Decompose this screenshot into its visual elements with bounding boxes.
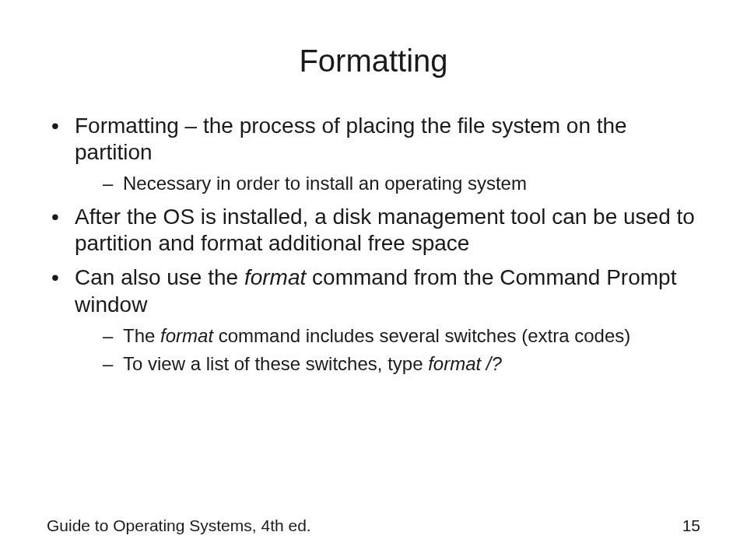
sub-bullet-text: Necessary in order to install an operati… <box>123 173 527 194</box>
bullet-text: Formatting – the process of placing the … <box>75 114 627 164</box>
bullet-item: Can also use the format command from the… <box>47 264 700 376</box>
bullet-item: After the OS is installed, a disk manage… <box>47 204 700 257</box>
footer-page-number: 15 <box>682 516 700 535</box>
bullet-text: After the OS is installed, a disk manage… <box>75 205 695 255</box>
slide: Formatting Formatting – the process of p… <box>0 0 747 560</box>
sub-bullet-text-part: The <box>123 325 160 346</box>
sub-bullet-item: The format command includes several swit… <box>75 324 700 348</box>
sub-bullet-text-part: To view a list of these switches, type <box>123 353 428 374</box>
bullet-item: Formatting – the process of placing the … <box>47 113 700 196</box>
footer-source: Guide to Operating Systems, 4th ed. <box>47 516 311 535</box>
bullet-list: Formatting – the process of placing the … <box>47 113 700 376</box>
sub-bullet-item: To view a list of these switches, type f… <box>75 352 700 376</box>
slide-footer: Guide to Operating Systems, 4th ed. 15 <box>47 516 700 535</box>
bullet-text-italic: format <box>244 265 306 289</box>
sub-bullet-item: Necessary in order to install an operati… <box>75 172 700 196</box>
sub-bullet-text-italic: format /? <box>428 353 502 374</box>
sub-bullet-text-part: command includes several switches (extra… <box>213 325 630 346</box>
sub-bullet-text-italic: format <box>160 325 213 346</box>
slide-title: Formatting <box>47 44 700 79</box>
sub-bullet-list: The format command includes several swit… <box>75 324 700 376</box>
bullet-text-part: Can also use the <box>75 265 244 289</box>
sub-bullet-list: Necessary in order to install an operati… <box>75 172 700 196</box>
